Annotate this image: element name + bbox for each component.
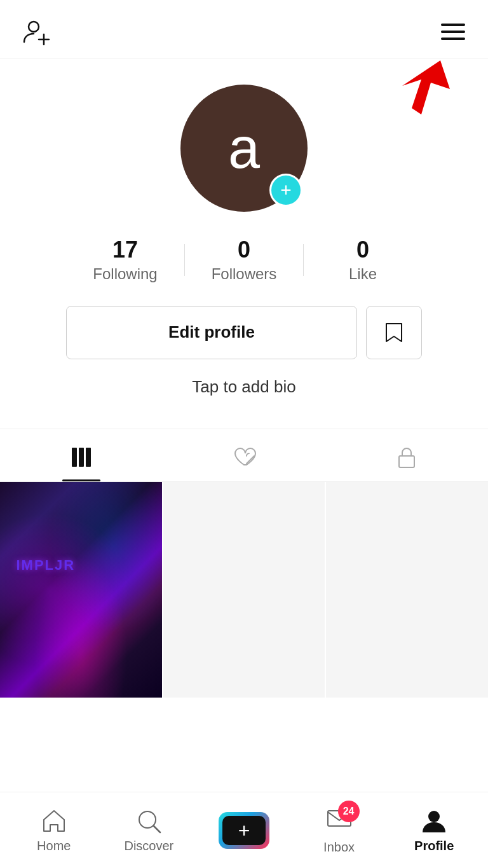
- svg-line-10: [154, 826, 160, 832]
- nav-profile-label: Profile: [414, 839, 454, 853]
- followers-label: Followers: [212, 265, 277, 283]
- grid-item-1[interactable]: [0, 482, 162, 698]
- nav-home-label: Home: [37, 839, 71, 853]
- add-photo-button[interactable]: +: [269, 174, 302, 207]
- liked-icon: [231, 444, 257, 470]
- nav-discover-label: Discover: [124, 839, 173, 853]
- svg-rect-4: [72, 448, 77, 467]
- tab-private[interactable]: [325, 429, 488, 481]
- likes-count: 0: [356, 237, 369, 263]
- following-label: Following: [93, 265, 157, 283]
- nav-inbox-label: Inbox: [323, 840, 355, 855]
- hamburger-line-3: [441, 38, 465, 40]
- stats-row: 17 Following 0 Followers 0 Like: [66, 237, 422, 283]
- avatar-container: a +: [180, 85, 308, 212]
- content-grid: [0, 482, 488, 698]
- profile-section: a + 17 Following 0 Followers 0 Like Edit…: [0, 59, 488, 422]
- bookmark-icon: [383, 321, 405, 344]
- following-stat[interactable]: 17 Following: [66, 237, 184, 283]
- nav-home[interactable]: Home: [6, 807, 102, 853]
- following-count: 17: [112, 237, 138, 263]
- create-button-inner: +: [222, 816, 266, 845]
- hamburger-line-1: [441, 24, 465, 26]
- add-friend-button[interactable]: [23, 18, 51, 46]
- svg-point-1: [29, 22, 39, 32]
- tab-videos[interactable]: [0, 429, 163, 481]
- nav-discover[interactable]: Discover: [102, 807, 197, 853]
- hamburger-menu-button[interactable]: [441, 24, 465, 40]
- bottom-nav: Home Discover + 24 Inbox: [0, 792, 488, 868]
- create-button[interactable]: +: [219, 812, 269, 849]
- create-plus-icon: +: [238, 820, 250, 841]
- edit-profile-button[interactable]: Edit profile: [66, 306, 357, 359]
- svg-rect-6: [86, 448, 91, 467]
- grid-item-3[interactable]: [326, 482, 488, 698]
- inbox-badge: 24: [338, 801, 360, 822]
- nav-create[interactable]: +: [196, 812, 292, 849]
- grid-item-2[interactable]: [163, 482, 325, 698]
- grid-icon: [69, 444, 94, 470]
- action-buttons: Edit profile: [66, 306, 422, 359]
- nav-profile[interactable]: Profile: [386, 807, 482, 853]
- svg-rect-5: [79, 448, 84, 467]
- nav-inbox[interactable]: 24 Inbox: [292, 806, 387, 855]
- inbox-wrapper: 24: [325, 806, 353, 836]
- discover-icon: [135, 807, 163, 835]
- lock-icon: [394, 444, 419, 470]
- profile-icon: [420, 807, 448, 835]
- likes-stat[interactable]: 0 Like: [304, 237, 422, 283]
- svg-point-9: [139, 811, 156, 828]
- bio-placeholder[interactable]: Tap to add bio: [192, 377, 295, 397]
- bookmark-button[interactable]: [366, 306, 422, 359]
- hamburger-line-2: [441, 31, 465, 33]
- svg-point-11: [428, 811, 440, 822]
- followers-count: 0: [238, 237, 250, 263]
- tab-liked[interactable]: [163, 429, 325, 481]
- content-tabs: [0, 429, 488, 482]
- followers-stat[interactable]: 0 Followers: [185, 237, 303, 283]
- avatar-letter: a: [228, 116, 260, 181]
- home-icon: [40, 807, 68, 835]
- likes-label: Like: [349, 265, 377, 283]
- keyboard-thumbnail: [0, 482, 162, 698]
- top-nav: [0, 0, 488, 59]
- add-friend-icon: [23, 18, 51, 46]
- svg-rect-8: [399, 456, 414, 467]
